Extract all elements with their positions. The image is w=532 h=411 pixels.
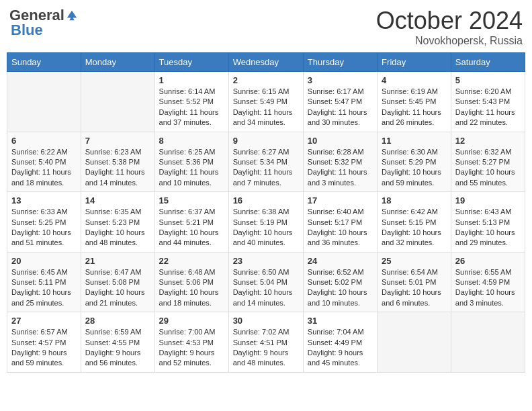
- weekday-header-friday: Friday: [378, 53, 451, 72]
- calendar-cell: 17Sunrise: 6:40 AM Sunset: 5:17 PM Dayli…: [303, 192, 377, 253]
- day-number: 15: [159, 195, 224, 205]
- day-info: Sunrise: 6:52 AM Sunset: 5:02 PM Dayligh…: [308, 267, 373, 309]
- calendar-cell: 2Sunrise: 6:15 AM Sunset: 5:49 PM Daylig…: [228, 72, 303, 132]
- day-info: Sunrise: 6:45 AM Sunset: 5:11 PM Dayligh…: [11, 267, 77, 309]
- day-number: 28: [85, 316, 150, 326]
- day-number: 20: [11, 256, 77, 266]
- day-number: 4: [382, 75, 447, 85]
- weekday-header-sunday: Sunday: [7, 53, 81, 72]
- logo-icon: [66, 9, 78, 21]
- calendar-cell: 11Sunrise: 6:30 AM Sunset: 5:29 PM Dayli…: [378, 132, 451, 192]
- day-info: Sunrise: 6:54 AM Sunset: 5:01 PM Dayligh…: [382, 267, 447, 309]
- day-number: 17: [308, 195, 373, 205]
- day-number: 14: [85, 195, 150, 205]
- day-info: Sunrise: 6:38 AM Sunset: 5:19 PM Dayligh…: [233, 207, 299, 248]
- weekday-header-thursday: Thursday: [303, 53, 377, 72]
- day-info: Sunrise: 6:42 AM Sunset: 5:15 PM Dayligh…: [382, 207, 447, 248]
- day-number: 24: [308, 256, 373, 266]
- calendar-cell: 3Sunrise: 6:17 AM Sunset: 5:47 PM Daylig…: [303, 72, 377, 132]
- calendar-week-row: 13Sunrise: 6:33 AM Sunset: 5:25 PM Dayli…: [7, 192, 525, 253]
- calendar-cell: [7, 72, 81, 132]
- day-number: 5: [455, 75, 521, 85]
- calendar-cell: 5Sunrise: 6:20 AM Sunset: 5:43 PM Daylig…: [451, 72, 525, 132]
- calendar-cell: 21Sunrise: 6:47 AM Sunset: 5:08 PM Dayli…: [81, 252, 154, 312]
- day-number: 31: [308, 316, 373, 326]
- day-number: 9: [233, 136, 299, 146]
- day-number: 22: [159, 256, 224, 266]
- calendar-cell: 18Sunrise: 6:42 AM Sunset: 5:15 PM Dayli…: [378, 192, 451, 253]
- day-number: 25: [382, 256, 447, 266]
- day-info: Sunrise: 6:48 AM Sunset: 5:06 PM Dayligh…: [159, 267, 224, 309]
- title-block: October 2024 Novokhopersk, Russia: [376, 7, 523, 47]
- day-info: Sunrise: 6:27 AM Sunset: 5:34 PM Dayligh…: [233, 147, 299, 189]
- calendar-cell: 26Sunrise: 6:55 AM Sunset: 4:59 PM Dayli…: [451, 252, 525, 312]
- day-number: 29: [159, 316, 224, 326]
- calendar-cell: 8Sunrise: 6:25 AM Sunset: 5:36 PM Daylig…: [154, 132, 228, 192]
- location: Novokhopersk, Russia: [376, 35, 523, 47]
- calendar-cell: 10Sunrise: 6:28 AM Sunset: 5:32 PM Dayli…: [303, 132, 377, 192]
- day-number: 8: [159, 136, 224, 146]
- calendar-cell: 25Sunrise: 6:54 AM Sunset: 5:01 PM Dayli…: [378, 252, 451, 312]
- calendar-cell: 1Sunrise: 6:14 AM Sunset: 5:52 PM Daylig…: [154, 72, 228, 132]
- weekday-header-tuesday: Tuesday: [154, 53, 228, 72]
- calendar-cell: 28Sunrise: 6:59 AM Sunset: 4:55 PM Dayli…: [81, 312, 154, 373]
- weekday-header-wednesday: Wednesday: [228, 53, 303, 72]
- weekday-header-row: SundayMondayTuesdayWednesdayThursdayFrid…: [7, 53, 525, 72]
- day-info: Sunrise: 6:32 AM Sunset: 5:27 PM Dayligh…: [455, 147, 521, 189]
- calendar-cell: 13Sunrise: 6:33 AM Sunset: 5:25 PM Dayli…: [7, 192, 81, 253]
- day-info: Sunrise: 6:37 AM Sunset: 5:21 PM Dayligh…: [159, 207, 224, 248]
- day-info: Sunrise: 7:04 AM Sunset: 4:49 PM Dayligh…: [308, 327, 373, 369]
- calendar-week-row: 6Sunrise: 6:22 AM Sunset: 5:40 PM Daylig…: [7, 132, 525, 192]
- calendar-week-row: 27Sunrise: 6:57 AM Sunset: 4:57 PM Dayli…: [7, 312, 525, 373]
- day-info: Sunrise: 6:23 AM Sunset: 5:38 PM Dayligh…: [85, 147, 150, 189]
- calendar-cell: [451, 312, 525, 373]
- day-info: Sunrise: 6:30 AM Sunset: 5:29 PM Dayligh…: [382, 147, 447, 189]
- calendar-cell: 9Sunrise: 6:27 AM Sunset: 5:34 PM Daylig…: [228, 132, 303, 192]
- weekday-header-monday: Monday: [81, 53, 154, 72]
- day-info: Sunrise: 6:20 AM Sunset: 5:43 PM Dayligh…: [455, 87, 521, 128]
- weekday-header-saturday: Saturday: [451, 53, 525, 72]
- calendar-week-row: 1Sunrise: 6:14 AM Sunset: 5:52 PM Daylig…: [7, 72, 525, 132]
- day-info: Sunrise: 6:47 AM Sunset: 5:08 PM Dayligh…: [85, 267, 150, 309]
- calendar-cell: 12Sunrise: 6:32 AM Sunset: 5:27 PM Dayli…: [451, 132, 525, 192]
- day-number: 18: [382, 195, 447, 205]
- day-number: 27: [11, 316, 77, 326]
- day-number: 16: [233, 195, 299, 205]
- day-info: Sunrise: 6:28 AM Sunset: 5:32 PM Dayligh…: [308, 147, 373, 189]
- day-info: Sunrise: 6:35 AM Sunset: 5:23 PM Dayligh…: [85, 207, 150, 248]
- calendar-cell: 16Sunrise: 6:38 AM Sunset: 5:19 PM Dayli…: [228, 192, 303, 253]
- day-info: Sunrise: 6:50 AM Sunset: 5:04 PM Dayligh…: [233, 267, 299, 309]
- day-info: Sunrise: 6:40 AM Sunset: 5:17 PM Dayligh…: [308, 207, 373, 248]
- calendar-cell: 29Sunrise: 7:00 AM Sunset: 4:53 PM Dayli…: [154, 312, 228, 373]
- calendar-cell: 15Sunrise: 6:37 AM Sunset: 5:21 PM Dayli…: [154, 192, 228, 253]
- day-number: 6: [11, 136, 77, 146]
- calendar-cell: 23Sunrise: 6:50 AM Sunset: 5:04 PM Dayli…: [228, 252, 303, 312]
- day-number: 2: [233, 75, 299, 85]
- day-number: 13: [11, 195, 77, 205]
- day-info: Sunrise: 7:00 AM Sunset: 4:53 PM Dayligh…: [159, 327, 224, 369]
- day-number: 21: [85, 256, 150, 266]
- day-number: 11: [382, 136, 447, 146]
- month-title: October 2024: [376, 7, 523, 35]
- calendar-cell: 6Sunrise: 6:22 AM Sunset: 5:40 PM Daylig…: [7, 132, 81, 192]
- day-info: Sunrise: 6:55 AM Sunset: 4:59 PM Dayligh…: [455, 267, 521, 309]
- calendar-cell: 19Sunrise: 6:43 AM Sunset: 5:13 PM Dayli…: [451, 192, 525, 253]
- day-number: 7: [85, 136, 150, 146]
- day-info: Sunrise: 6:15 AM Sunset: 5:49 PM Dayligh…: [233, 87, 299, 128]
- day-number: 3: [308, 75, 373, 85]
- calendar-table: SundayMondayTuesdayWednesdayThursdayFrid…: [7, 52, 525, 373]
- day-number: 19: [455, 195, 521, 205]
- calendar-cell: [378, 312, 451, 373]
- day-info: Sunrise: 6:14 AM Sunset: 5:52 PM Dayligh…: [159, 87, 224, 128]
- calendar-week-row: 20Sunrise: 6:45 AM Sunset: 5:11 PM Dayli…: [7, 252, 525, 312]
- calendar-cell: 30Sunrise: 7:02 AM Sunset: 4:51 PM Dayli…: [228, 312, 303, 373]
- logo-blue-text: Blue: [11, 21, 43, 39]
- day-info: Sunrise: 7:02 AM Sunset: 4:51 PM Dayligh…: [233, 327, 299, 369]
- day-info: Sunrise: 6:59 AM Sunset: 4:55 PM Dayligh…: [85, 327, 150, 369]
- day-info: Sunrise: 6:22 AM Sunset: 5:40 PM Dayligh…: [11, 147, 77, 189]
- calendar-cell: 4Sunrise: 6:19 AM Sunset: 5:45 PM Daylig…: [378, 72, 451, 132]
- calendar-cell: 14Sunrise: 6:35 AM Sunset: 5:23 PM Dayli…: [81, 192, 154, 253]
- day-info: Sunrise: 6:43 AM Sunset: 5:13 PM Dayligh…: [455, 207, 521, 248]
- day-number: 1: [159, 75, 224, 85]
- day-number: 12: [455, 136, 521, 146]
